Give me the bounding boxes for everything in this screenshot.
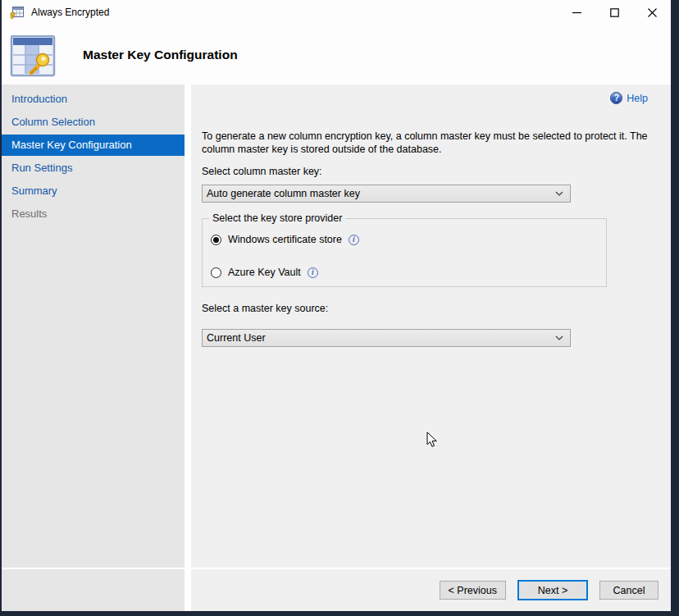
key-store-provider-group-title: Select the key store provider: [209, 212, 345, 224]
chevron-down-icon: [555, 191, 563, 196]
sidebar-item-column-selection[interactable]: Column Selection: [2, 111, 185, 134]
wizard-body: Introduction Column Selection Master Key…: [2, 84, 671, 568]
wizard-footer: < Previous Next > Cancel: [2, 569, 671, 611]
key-store-provider-group: Select the key store provider Windows ce…: [202, 218, 607, 287]
next-button[interactable]: Next >: [517, 580, 588, 600]
wizard-steps-sidebar: Introduction Column Selection Master Key…: [2, 84, 185, 568]
sidebar-content-divider: [185, 84, 191, 568]
table-with-key-icon: [10, 35, 56, 80]
windows-certificate-store-label[interactable]: Windows certificate store: [228, 234, 342, 245]
minimize-icon: [572, 8, 581, 17]
wizard-header: Master Key Configuration: [2, 25, 671, 84]
column-master-key-label: Select column master key:: [202, 166, 671, 177]
column-master-key-dropdown[interactable]: Auto generate column master key: [202, 185, 571, 203]
window-title: Always Encrypted: [31, 7, 109, 18]
sidebar-item-run-settings[interactable]: Run Settings: [2, 157, 185, 180]
help-label: Help: [627, 93, 648, 104]
sidebar-item-master-key-configuration[interactable]: Master Key Configuration: [2, 135, 185, 156]
info-circle-icon[interactable]: i: [349, 235, 359, 245]
master-key-source-label: Select a master key source:: [202, 303, 671, 314]
maximize-icon: [610, 8, 619, 17]
master-key-source-value: Current User: [207, 332, 266, 344]
title-bar: Always Encrypted: [2, 0, 671, 25]
master-key-source-dropdown[interactable]: Current User: [202, 329, 571, 347]
sidebar-item-summary[interactable]: Summary: [2, 180, 185, 203]
sidebar-item-introduction[interactable]: Introduction: [2, 88, 185, 111]
close-button[interactable]: [633, 0, 671, 25]
azure-key-vault-radio[interactable]: [211, 267, 221, 278]
info-circle-icon[interactable]: i: [308, 267, 318, 278]
cancel-button[interactable]: Cancel: [599, 581, 658, 600]
maximize-button[interactable]: [595, 0, 633, 25]
azure-key-vault-option: Azure Key Vault i: [211, 267, 606, 278]
windows-certificate-store-radio[interactable]: [211, 235, 221, 245]
previous-button[interactable]: < Previous: [440, 581, 506, 600]
sidebar-item-results: Results: [2, 203, 185, 226]
page-title: Master Key Configuration: [83, 48, 238, 62]
chevron-down-icon: [555, 335, 563, 340]
close-icon: [648, 8, 657, 17]
always-encrypted-wizard-window: Always Encrypted: [2, 0, 671, 611]
window-controls: [558, 0, 671, 25]
azure-key-vault-label[interactable]: Azure Key Vault: [228, 267, 301, 278]
intro-text: To generate a new column encryption key,…: [202, 130, 649, 156]
column-master-key-value: Auto generate column master key: [207, 188, 360, 199]
app-table-key-icon: [10, 6, 24, 19]
help-question-icon: ?: [610, 92, 622, 104]
help-link[interactable]: ? Help: [610, 92, 648, 104]
content-pane: ? Help To generate a new column encrypti…: [191, 84, 671, 568]
minimize-button[interactable]: [558, 0, 595, 25]
